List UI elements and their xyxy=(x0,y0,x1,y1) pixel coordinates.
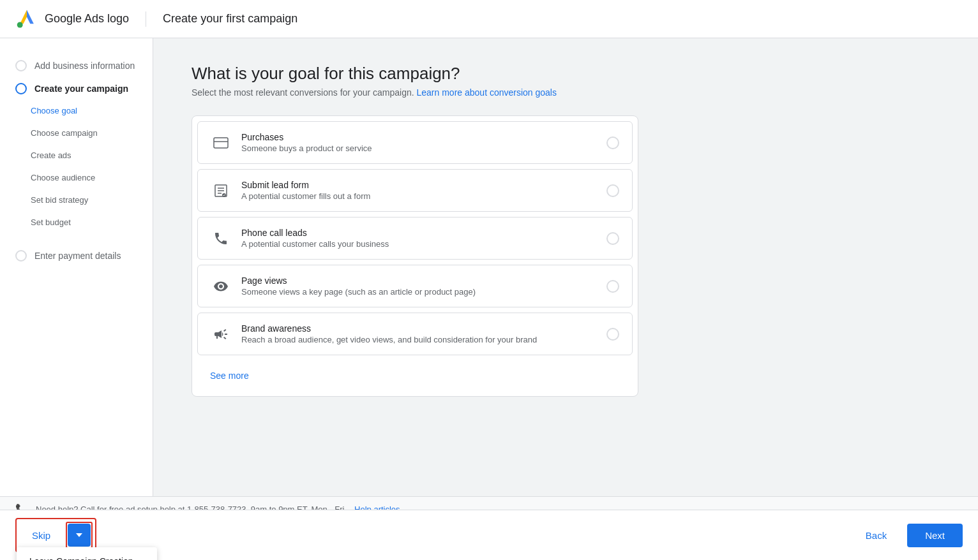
phone-icon xyxy=(211,228,231,249)
goal-text-purchases: Purchases Someone buys a product or serv… xyxy=(241,132,596,153)
goal-title: Page views xyxy=(241,276,596,286)
goal-text-brand-awareness: Brand awareness Reach a broad audience, … xyxy=(241,323,596,344)
credit-card-icon xyxy=(211,133,231,153)
goal-title: Brand awareness xyxy=(241,323,596,334)
sidebar-item-label: Create your campaign xyxy=(34,84,128,94)
header-title: Create your first campaign xyxy=(163,12,297,26)
goal-text-submit-lead: Submit lead form A potential customer fi… xyxy=(241,180,596,201)
goal-option-submit-lead-form[interactable]: Submit lead form A potential customer fi… xyxy=(197,169,633,212)
sidebar-item-choose-goal[interactable]: Choose goal xyxy=(0,99,153,122)
sidebar: Add business information Create your cam… xyxy=(0,38,153,560)
next-button[interactable]: Next xyxy=(907,524,963,547)
skip-button[interactable]: Skip xyxy=(19,525,63,546)
svg-point-1 xyxy=(17,22,23,27)
goal-desc: A potential customer calls your business xyxy=(241,239,596,249)
sidebar-item-label: Create ads xyxy=(31,151,71,160)
sidebar-item-label: Set bid strategy xyxy=(31,195,88,205)
back-button[interactable]: Back xyxy=(853,525,899,546)
goal-title: Submit lead form xyxy=(241,180,596,190)
sidebar-item-choose-campaign[interactable]: Choose campaign xyxy=(0,122,153,144)
goal-option-purchases[interactable]: Purchases Someone buys a product or serv… xyxy=(197,121,633,164)
main-content: What is your goal for this campaign? Sel… xyxy=(153,38,978,560)
step-circle-icon xyxy=(15,83,27,94)
goal-desc: Someone buys a product or service xyxy=(241,144,596,153)
page-subtitle: Select the most relevant conversions for… xyxy=(192,87,940,98)
goal-desc: A potential customer fills out a form xyxy=(241,191,596,201)
skip-dropdown-button[interactable] xyxy=(68,524,91,547)
header-divider xyxy=(146,11,146,27)
sidebar-item-enter-payment[interactable]: Enter payment details xyxy=(0,244,153,268)
sidebar-item-label: Enter payment details xyxy=(34,251,121,261)
sidebar-item-choose-audience[interactable]: Choose audience xyxy=(0,166,153,189)
sidebar-item-set-bid-strategy[interactable]: Set bid strategy xyxy=(0,189,153,211)
dropdown-highlight-box xyxy=(66,522,93,549)
header-brand: Google Ads logo xyxy=(45,12,129,26)
goal-option-page-views[interactable]: Page views Someone views a key page (suc… xyxy=(197,265,633,307)
goal-title: Purchases xyxy=(241,132,596,142)
goals-card: Purchases Someone buys a product or serv… xyxy=(192,115,638,397)
goal-desc: Reach a broad audience, get video views,… xyxy=(241,335,596,344)
sidebar-item-set-budget[interactable]: Set budget xyxy=(0,211,153,233)
step-circle-icon xyxy=(15,250,27,262)
goal-text-phone-call: Phone call leads A potential customer ca… xyxy=(241,228,596,249)
sidebar-item-create-campaign[interactable]: Create your campaign xyxy=(0,78,153,99)
goal-text-page-views: Page views Someone views a key page (suc… xyxy=(241,276,596,297)
page-title: What is your goal for this campaign? xyxy=(192,64,940,84)
footer-bar: Skip Leave Campaign Creation Back Next xyxy=(0,510,978,560)
learn-more-link[interactable]: Learn more about conversion goals xyxy=(417,87,557,98)
goal-radio-purchases[interactable] xyxy=(606,136,619,149)
skip-area-highlight: Skip Leave Campaign Creation xyxy=(15,518,96,552)
goal-option-phone-call[interactable]: Phone call leads A potential customer ca… xyxy=(197,217,633,260)
skip-dropdown-menu: Leave Campaign Creation xyxy=(17,547,157,560)
sidebar-item-label: Set budget xyxy=(31,217,71,227)
see-more-link[interactable]: See more xyxy=(197,360,262,391)
google-ads-logo-icon xyxy=(15,8,38,31)
sidebar-item-label: Choose audience xyxy=(31,173,95,182)
logo-area: Google Ads logo Create your first campai… xyxy=(15,8,297,31)
goal-radio-phone-call[interactable] xyxy=(606,232,619,245)
sidebar-item-add-business[interactable]: Add business information xyxy=(0,54,153,78)
goal-option-brand-awareness[interactable]: Brand awareness Reach a broad audience, … xyxy=(197,313,633,355)
form-icon xyxy=(211,181,231,201)
sidebar-item-create-ads[interactable]: Create ads xyxy=(0,144,153,166)
eye-icon xyxy=(211,276,231,297)
app-header: Google Ads logo Create your first campai… xyxy=(0,0,978,38)
sidebar-item-label: Choose goal xyxy=(31,106,77,115)
sidebar-item-label: Add business information xyxy=(34,61,135,71)
goal-desc: Someone views a key page (such as an art… xyxy=(241,287,596,297)
step-circle-icon xyxy=(15,60,27,71)
megaphone-icon xyxy=(211,324,231,344)
goal-title: Phone call leads xyxy=(241,228,596,238)
goal-radio-brand-awareness[interactable] xyxy=(606,328,619,341)
svg-rect-2 xyxy=(214,138,228,148)
leave-campaign-creation-item[interactable]: Leave Campaign Creation xyxy=(17,547,157,560)
footer-right: Back Next xyxy=(853,524,963,547)
goal-radio-submit-lead[interactable] xyxy=(606,184,619,197)
chevron-down-icon xyxy=(76,533,82,537)
sidebar-item-label: Choose campaign xyxy=(31,128,98,138)
goal-radio-page-views[interactable] xyxy=(606,280,619,293)
